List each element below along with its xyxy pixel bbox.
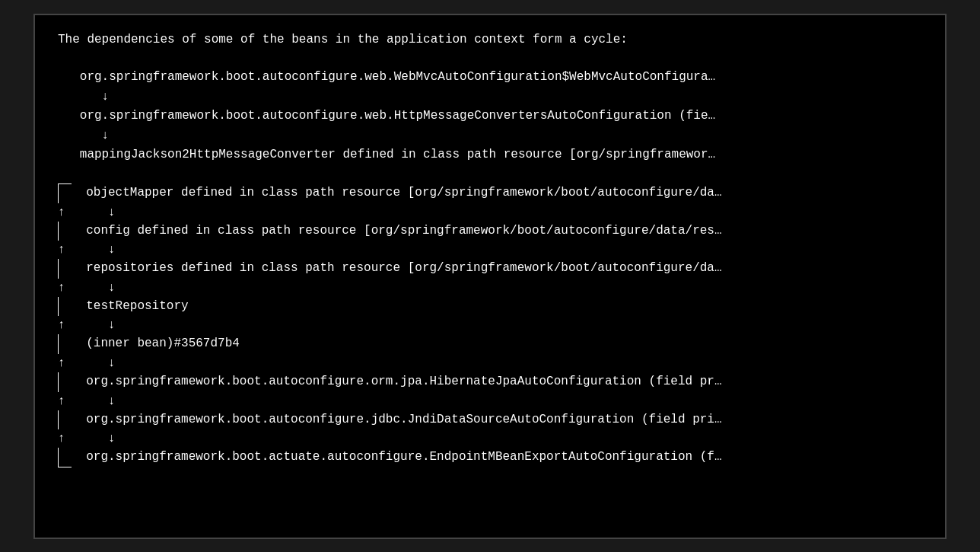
line-2: org.springframework.boot.autoconfigure.w… [58,107,922,126]
bracket-pipe-jndi [58,410,72,430]
bracket-arrow-row-6: ↑ ↓ [58,392,922,410]
arrow-1: ↓ [58,88,922,107]
bracket-row-jndi: org.springframework.boot.autoconfigure.j… [58,410,922,430]
bracket-pipe-innerbean [58,334,72,354]
line-hibernate: org.springframework.boot.autoconfigure.o… [72,372,722,392]
bracket-row-objectmapper: objectMapper defined in class path resou… [58,183,922,203]
arrow-2: ↓ [58,126,922,146]
bracket-arrow-row-3: ↑ ↓ [58,279,922,297]
bracket-arrow-row-4: ↑ ↓ [58,316,922,334]
up-arrow-3: ↑ [58,279,72,297]
bracket-row-endpoint: org.springframework.boot.actuate.autocon… [58,448,922,467]
line-endpoint: org.springframework.boot.actuate.autocon… [72,448,722,467]
bracket-row-hibernate: org.springframework.boot.autoconfigure.o… [58,372,922,392]
line-repositories: repositories defined in class path resou… [72,259,722,279]
bracket-left-bottom [58,448,72,467]
line-jndi: org.springframework.boot.autoconfigure.j… [72,410,722,430]
bracket-arrow-row-5: ↑ ↓ [58,354,922,372]
bracket-arrow-row-7: ↑ ↓ [58,429,922,448]
bracket-pipe-repositories [58,259,72,279]
bracket-row-testrepository: testRepository [58,297,922,317]
up-arrow-5: ↑ [58,354,72,372]
down-arrow-5: ↓ [72,354,116,372]
down-arrow-7: ↓ [72,429,116,448]
bracket-arrow-row-2: ↑ ↓ [58,241,922,259]
up-arrow-1: ↑ [58,203,72,222]
down-arrow-1: ↓ [72,203,116,222]
bracket-left-top [58,183,72,203]
bracket-row-repositories: repositories defined in class path resou… [58,259,922,279]
up-arrow-7: ↑ [58,429,72,448]
bracket-arrow-row-1: ↑ ↓ [58,203,922,222]
header-line: The dependencies of some of the beans in… [58,30,922,50]
down-arrow-2: ↓ [72,241,116,259]
cycle-bracket-section: objectMapper defined in class path resou… [58,183,922,467]
up-arrow-4: ↑ [58,316,72,334]
down-arrow-3: ↓ [72,279,116,297]
up-arrow-6: ↑ [58,392,72,410]
bracket-row-config: config defined in class path resource [o… [58,222,922,241]
line-objectmapper: objectMapper defined in class path resou… [72,183,722,203]
line-innerbean: (inner bean)#3567d7b4 [72,334,240,354]
line-3: mappingJackson2HttpMessageConverter defi… [58,145,922,165]
bracket-pipe-config [58,222,72,241]
line-testrepository: testRepository [72,297,189,317]
terminal-container: The dependencies of some of the beans in… [33,14,947,539]
up-arrow-2: ↑ [58,241,72,259]
line-config: config defined in class path resource [o… [72,222,722,241]
line-1: org.springframework.boot.autoconfigure.w… [58,68,922,88]
down-arrow-4: ↓ [72,316,116,334]
bracket-pipe-testrepository [58,297,72,317]
bracket-pipe-hibernate [58,372,72,392]
down-arrow-6: ↓ [72,392,116,410]
bracket-row-innerbean: (inner bean)#3567d7b4 [58,334,922,354]
